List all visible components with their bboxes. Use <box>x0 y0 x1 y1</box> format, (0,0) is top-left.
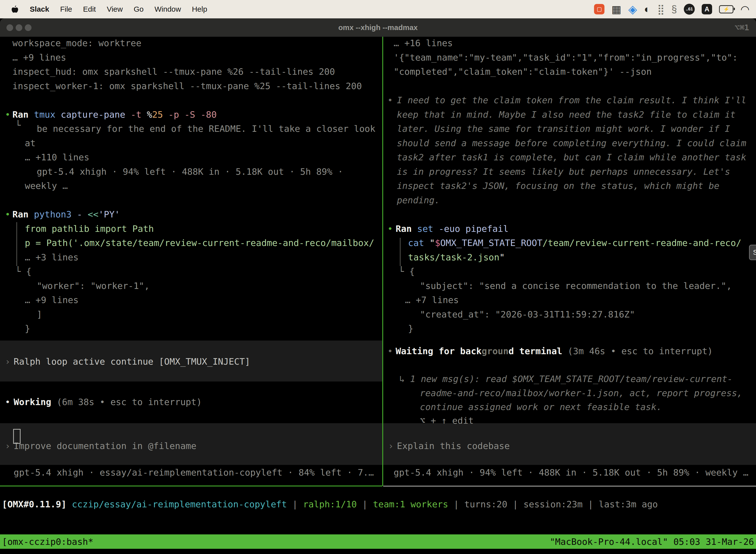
text-segment: readme-and-reco/mailbox/worker-1.json, a… <box>420 388 742 398</box>
battery-icon[interactable]: ⚡ <box>719 5 734 13</box>
text-segment: • <box>387 95 393 105</box>
orange-speech-bubble-icon[interactable]: ▢ <box>594 4 605 14</box>
left-pane-border <box>0 486 382 487</box>
apple-menu-icon[interactable] <box>11 5 18 13</box>
output-elided-lines: … +9 lines <box>12 52 66 63</box>
right-pane-border <box>383 486 756 487</box>
text-segment: << <box>87 209 98 219</box>
output-elided-lines: … +110 lines <box>25 152 89 163</box>
output-elided-lines-right: … +16 lines <box>394 38 453 49</box>
text-segment: • <box>5 109 10 120</box>
pane-divider[interactable] <box>382 37 383 486</box>
menu-bar: SlackFileEditViewGoWindowHelp ▢▦◈◐⣿§..61… <box>0 0 756 18</box>
thinking-text: I need to get the claim token from the c… <box>397 95 746 106</box>
text-segment: | turns:20 | session:23m | last:3m ago <box>448 499 658 509</box>
text-segment: › <box>5 356 10 367</box>
menu-status-icons: ▢▦◈◐⣿§..61A⚡◠ <box>594 2 750 16</box>
thinking-text: keep that in mind. Maybe I also need the… <box>397 109 736 120</box>
text-segment: └ { <box>15 266 32 277</box>
text-segment: team:1 workers <box>373 499 448 509</box>
mailbox-notice: ↳ 1 new msg(s): read $OMX_TEAM_STATE_ROO… <box>399 374 733 384</box>
text-segment: pending. <box>397 195 440 205</box>
text-segment: groun <box>482 346 508 356</box>
window-title: omx --xhigh --madmax <box>0 18 756 37</box>
output-elided-lines: … +3 lines <box>25 252 79 263</box>
text-segment: " <box>499 252 505 262</box>
menu-item-help[interactable]: Help <box>192 5 207 13</box>
text-segment: - <box>77 209 87 219</box>
text-segment: Working <box>14 397 57 407</box>
text-segment: weekly … <box>25 181 68 191</box>
figure-icon[interactable]: § <box>672 4 677 15</box>
omx-status-line: [OMX#0.11.9] cczip/essay/ai-reimplementa… <box>2 499 658 510</box>
text-segment: capture-pane <box>61 109 131 120</box>
menu-item-go[interactable]: Go <box>134 5 144 13</box>
text-segment: … +16 lines <box>394 38 453 48</box>
menu-item-view[interactable]: View <box>107 5 123 13</box>
text-segment: (6m 38s • esc to interrupt) <box>57 397 202 407</box>
text-segment: } <box>408 323 414 334</box>
command-ran-set-pipefail: Ran set -euo pipefail <box>396 223 508 234</box>
text-segment: Waiting for back <box>396 346 482 356</box>
text-segment: -p -S -80 <box>169 109 217 120</box>
text-segment: 'PY' <box>99 209 120 219</box>
code-import-path: from pathlib import Path <box>25 223 154 234</box>
wifi-icon[interactable]: ◠ <box>740 3 750 15</box>
menu-item-window[interactable]: Window <box>154 5 181 13</box>
prompt-ralph-loop: Ralph loop active continue [OMX_TMUX_INJ… <box>14 356 250 367</box>
menu-item-edit[interactable]: Edit <box>83 5 96 13</box>
thinking-text: inspect task2's JSON, focusing on the st… <box>397 180 719 191</box>
input-chevron: › <box>5 441 10 451</box>
mailbox-notice-cont: readme-and-reco/mailbox/worker-1.json, a… <box>420 388 742 399</box>
text-segment: '{"team_name":"my-team","task_id":"1","f… <box>394 52 738 63</box>
shield-grid-icon[interactable]: ▦ <box>611 3 621 15</box>
text-segment: Ran <box>12 109 34 120</box>
text-segment: Ralph loop active continue [OMX_TMUX_INJ… <box>14 356 250 367</box>
text-segment: -t <box>131 109 147 120</box>
text-segment: └ <box>15 120 21 130</box>
text-segment: task2 after task1 is complete, but can I… <box>397 152 746 162</box>
menu-item-file[interactable]: File <box>60 5 72 13</box>
output-elided-lines: … +7 lines <box>405 295 459 306</box>
percent-badge-icon[interactable]: ..61 <box>684 4 695 15</box>
text-segment: (3m 46s • esc to interrupt) <box>562 346 713 356</box>
text-segment: └ { <box>398 266 415 277</box>
tmux-status-bar: [omx-cczip0:bash* "MacBook-Pro-44.local"… <box>0 535 756 549</box>
text-segment: tmux <box>34 109 61 120</box>
text-segment: -euo pipefail <box>439 224 508 234</box>
code-path-assign: p = Path('.omx/state/team/review-current… <box>25 237 374 248</box>
pane-status-right: gpt-5.4 xhigh · 94% left · 488K in · 5.1… <box>394 467 748 478</box>
text-segment: cat <box>408 238 430 248</box>
indent-guide <box>16 222 17 266</box>
output-readme-note: be necessary for the end of the README. … <box>37 123 375 134</box>
output-corner-glyph: └ <box>15 120 21 131</box>
blue-badge-icon[interactable]: ◈ <box>628 2 637 16</box>
text-segment: set <box>417 224 439 234</box>
a-badge-icon[interactable]: A <box>702 4 712 14</box>
text-segment: • <box>5 209 10 219</box>
text-segment: later. Using the same for transition mig… <box>397 124 730 134</box>
text-segment: } <box>25 323 30 334</box>
command-cat-task-cont: tasks/task-2.json" <box>408 252 505 263</box>
moon-circle-icon[interactable]: ◐ <box>644 3 650 15</box>
output-json-payload-cont: "completed","claim_token":"claim-token"}… <box>394 66 651 77</box>
text-segment: • <box>387 346 393 356</box>
text-segment: … +9 lines <box>12 52 66 63</box>
json-created-at-field: "created_at": "2026-03-31T11:59:27.816Z" <box>420 309 635 320</box>
tmux-session-name[interactable]: [omx-cczip0:bash* <box>2 537 93 547</box>
thinking-text: task2 after task1 is complete, but can I… <box>397 152 746 163</box>
window-shortcut-badge: ⌥⌘1 <box>735 18 749 37</box>
text-segment: keep that in mind. Maybe I also need the… <box>397 109 736 120</box>
dots-grid-icon[interactable]: ⣿ <box>657 3 665 15</box>
terminal-window: omx --xhigh --madmax ⌥⌘1 workspace_mode:… <box>0 18 756 554</box>
text-segment: … +110 lines <box>25 152 89 162</box>
text-segment: cczip/essay/ai-reimplementation-copyleft <box>72 499 287 509</box>
command-ran-python3: Ran python3 - <<'PY' <box>12 209 120 220</box>
text-segment: at <box>25 138 36 148</box>
thinking-text: pending. <box>397 195 440 206</box>
command-bullet: • <box>5 109 10 120</box>
window-titlebar[interactable]: omx --xhigh --madmax ⌥⌘1 <box>0 18 756 37</box>
text-segment: ↳ 1 new msg(s): read $OMX_TEAM_STATE_ROO… <box>399 374 733 384</box>
text-segment: should send a message before completing … <box>397 138 746 148</box>
menu-item-slack[interactable]: Slack <box>30 5 49 13</box>
